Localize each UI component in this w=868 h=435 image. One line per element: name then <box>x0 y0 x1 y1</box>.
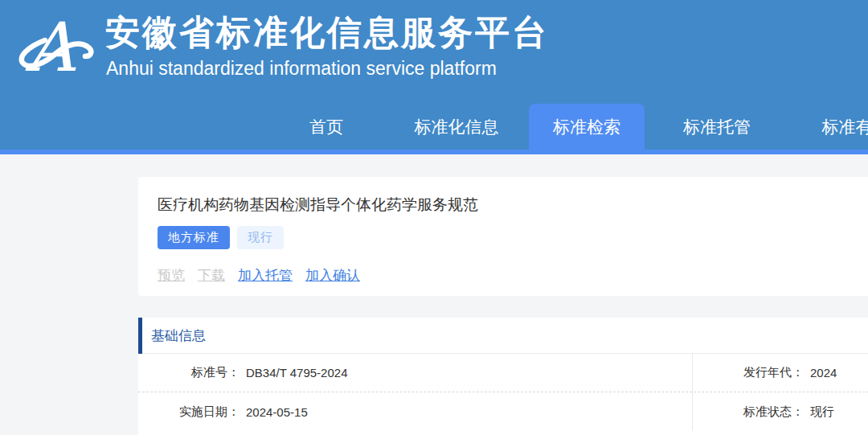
field-label: 发行年代： <box>693 365 804 380</box>
header-accent-strip <box>0 150 868 154</box>
badge-standard-status: 现行 <box>237 226 284 249</box>
field-label: 标准状态： <box>693 404 804 420</box>
standard-title: 医疗机构药物基因检测指导个体化药学服务规范 <box>158 195 868 215</box>
basic-info-section-header: 基础信息 <box>138 318 868 354</box>
nav-item-standardization-info[interactable]: 标准化信息 <box>399 104 514 154</box>
add-confirmation-link[interactable]: 加入确认 <box>305 266 360 285</box>
nav-item-standard-hosting[interactable]: 标准托管 <box>659 104 775 154</box>
main-nav: 首页 标准化信息 标准检索 标准托管 标准有 <box>268 104 868 154</box>
site-title-zh: 安徽省标准化信息服务平台 <box>105 10 549 56</box>
section-title: 基础信息 <box>151 328 206 343</box>
field-value: 现行 <box>804 404 834 420</box>
table-row: 实施日期： 2024-05-15 标准状态： 现行 <box>138 392 868 431</box>
site-logo-icon: A <box>16 6 96 88</box>
table-row: 标准号： DB34/T 4795-2024 发行年代： 2024 <box>138 354 868 392</box>
site-title-en: Anhui standardized information service p… <box>106 58 497 80</box>
site-header: A 安徽省标准化信息服务平台 Anhui standardized inform… <box>0 0 868 154</box>
badge-row: 地方标准 现行 <box>158 226 868 249</box>
field-label: 实施日期： <box>138 404 240 420</box>
download-link[interactable]: 下载 <box>198 266 225 285</box>
cell-issue-year: 发行年代： 2024 <box>692 354 868 392</box>
basic-info-card: 基础信息 标准号： DB34/T 4795-2024 发行年代： 2024 实施… <box>138 318 868 435</box>
add-hosting-link[interactable]: 加入托管 <box>238 266 293 285</box>
cell-standard-status: 标准状态： 现行 <box>692 392 868 431</box>
section-accent-bar <box>138 318 142 354</box>
badge-standard-type: 地方标准 <box>158 226 230 249</box>
nav-item-home[interactable]: 首页 <box>268 104 384 154</box>
nav-item-standard-search[interactable]: 标准检索 <box>529 104 645 154</box>
field-value: 2024 <box>804 366 837 380</box>
nav-item-standard-validity[interactable]: 标准有 <box>789 104 868 154</box>
cell-implementation-date: 实施日期： 2024-05-15 <box>138 392 692 431</box>
preview-link[interactable]: 预览 <box>158 266 185 285</box>
field-label: 标准号： <box>138 365 240 380</box>
standard-detail-card: 医疗机构药物基因检测指导个体化药学服务规范 地方标准 现行 预览 下载 加入托管… <box>138 177 868 296</box>
action-links: 预览 下载 加入托管 加入确认 <box>158 266 868 285</box>
field-value: DB34/T 4795-2024 <box>240 366 347 380</box>
field-value: 2024-05-15 <box>240 405 308 419</box>
cell-standard-number: 标准号： DB34/T 4795-2024 <box>138 354 692 392</box>
